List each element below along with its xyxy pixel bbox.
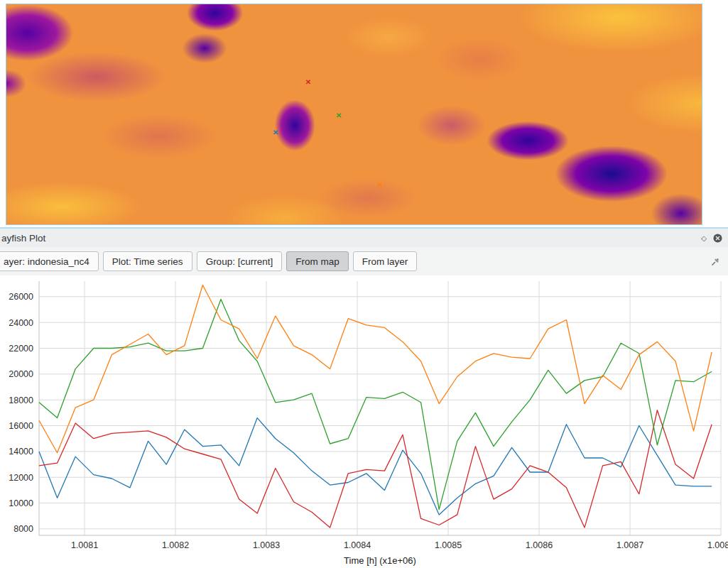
time-series-chart[interactable]: 8000100001200014000160001800020000220002… [0,275,728,568]
y-tick-label: 18000 [9,395,33,405]
x-tick-label: 1.0084 [344,540,371,550]
x-axis-label: Time [h] (x1e+06) [39,555,721,566]
panel-title: ayfish Plot [1,233,45,244]
x-tick-label: 1.0082 [162,540,189,550]
from-map-button[interactable]: From map [286,251,349,271]
from-layer-button[interactable]: From layer [353,251,418,271]
series-line-orange [39,285,712,453]
layer-selector-button[interactable]: ayer: indonesia_nc4 [0,251,99,271]
marker-green: ✕ [336,112,342,119]
x-tick-label: 1.0086 [526,540,553,550]
plot-type-button[interactable]: Plot: Time series [103,251,192,271]
marker-red: ✕ [305,79,311,86]
x-tick-label: 1.0081 [71,540,98,550]
y-tick-label: 22000 [9,344,33,354]
series-line-blue [39,418,712,515]
plot-canvas[interactable]: 8000100001200014000160001800020000220002… [0,275,728,568]
crayfish-plot-panel-header: ayfish Plot ◇ [0,229,728,247]
x-tick-label: 1.0087 [616,540,643,550]
x-tick-label: 1.0083 [253,540,280,550]
application-window: ✕✕✕✕ ayfish Plot ◇ ayer: indonesia_nc4 P… [0,0,728,568]
y-tick-label: 12000 [9,473,33,483]
y-tick-label: 8000 [13,524,33,534]
panel-header-icons: ◇ [701,234,722,243]
series-line-green [39,299,712,509]
y-tick-label: 20000 [9,369,33,379]
float-panel-icon[interactable]: ◇ [701,234,707,242]
map-canvas[interactable]: ✕✕✕✕ [6,4,702,225]
marker-blue: ✕ [273,129,278,136]
x-tick-label: 1.0085 [435,540,462,550]
y-tick-label: 26000 [9,292,33,302]
x-tick-label: 1.0088 [707,540,728,550]
y-tick-label: 10000 [9,498,33,508]
marker-orange: ✕ [377,182,383,189]
pin-icon[interactable] [709,255,722,268]
map-area: ✕✕✕✕ [0,0,728,229]
plot-toolbar: ayer: indonesia_nc4 Plot: Time series Gr… [0,247,728,275]
y-tick-label: 14000 [9,447,33,457]
y-tick-label: 24000 [9,318,33,328]
group-selector-button[interactable]: Group: [current] [197,251,283,271]
close-icon[interactable] [713,234,722,243]
series-line-red [39,410,712,528]
y-tick-label: 16000 [9,421,33,431]
